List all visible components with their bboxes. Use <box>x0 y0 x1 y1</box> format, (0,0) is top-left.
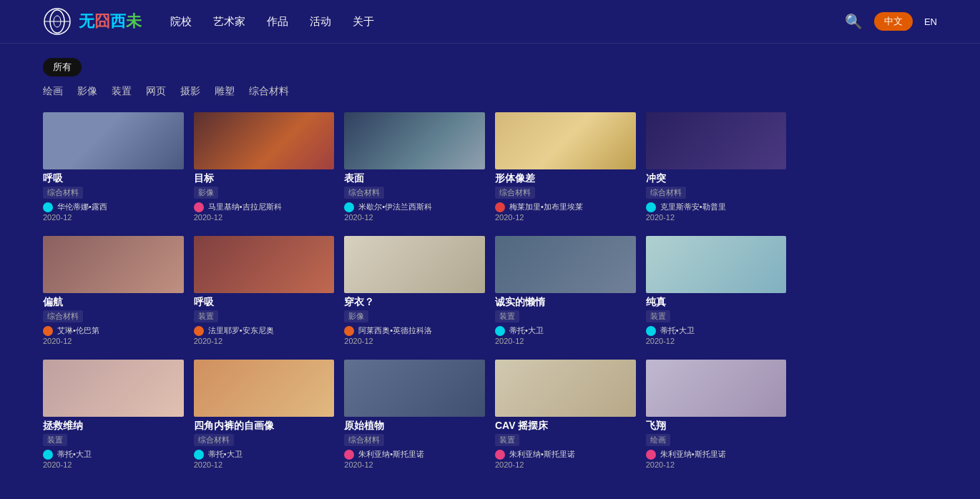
artwork-thumbnail <box>43 236 184 293</box>
artist-dot <box>43 450 53 460</box>
artwork-card[interactable]: 诚实的懒惰 装置 蒂托•大卫 2020-12 <box>495 236 636 345</box>
artwork-card[interactable]: 纯真 装置 蒂托•大卫 2020-12 <box>646 236 787 345</box>
search-icon[interactable]: 🔍 <box>845 13 863 30</box>
artwork-medium-row: 综合材料 <box>344 187 485 199</box>
artwork-medium-row: 综合材料 <box>43 187 184 199</box>
artwork-medium: 影像 <box>344 310 368 322</box>
artist-dot <box>43 202 53 212</box>
artwork-date: 2020-12 <box>194 337 335 345</box>
artist-row: 米歇尔•伊法兰西斯科 <box>344 202 485 212</box>
artwork-card[interactable]: 冲突 综合材料 克里斯蒂安•勒普里 2020-12 <box>646 112 787 222</box>
filter-video[interactable]: 影像 <box>77 85 97 98</box>
artwork-title: 冲突 <box>646 172 787 185</box>
artwork-card[interactable]: 表面 综合材料 米歇尔•伊法兰西斯科 2020-12 <box>344 112 485 222</box>
artwork-date: 2020-12 <box>495 337 636 345</box>
artwork-title: 拯救维纳 <box>43 420 184 433</box>
artwork-medium: 装置 <box>646 310 670 322</box>
artist-name: 法里耶罗•安东尼奥 <box>208 325 274 336</box>
artwork-card[interactable]: CAV 摇摆床 装置 朱利亚纳•斯托里诺 2020-12 <box>495 360 636 469</box>
nav-about[interactable]: 关于 <box>353 15 374 29</box>
artwork-title: 四角内裤的自画像 <box>194 420 335 433</box>
artwork-info: 目标 影像 马里基纳•吉拉尼斯科 2020-12 <box>194 172 335 222</box>
artwork-card[interactable]: 飞翔 绘画 朱利亚纳•斯托里诺 2020-12 <box>646 360 787 469</box>
lang-zh-button[interactable]: 中文 <box>874 12 913 31</box>
artwork-date: 2020-12 <box>43 213 184 222</box>
artwork-date: 2020-12 <box>495 460 636 469</box>
artwork-medium-row: 装置 <box>194 310 335 322</box>
artwork-title: 诚实的懒惰 <box>495 296 636 309</box>
artist-name: 马里基纳•吉拉尼斯科 <box>208 202 282 212</box>
artwork-thumbnail <box>646 236 787 293</box>
artist-row: 蒂托•大卫 <box>194 449 335 460</box>
artist-row: 法里耶罗•安东尼奥 <box>194 325 335 336</box>
artwork-info: 表面 综合材料 米歇尔•伊法兰西斯科 2020-12 <box>344 172 485 222</box>
artwork-medium: 综合材料 <box>194 434 234 446</box>
artwork-row-1: 呼吸 综合材料 华伦蒂娜•露西 2020-12 目标 影像 马里基 <box>43 112 937 222</box>
artwork-card[interactable]: 偏航 综合材料 艾琳•伦巴第 2020-12 <box>43 236 184 345</box>
artwork-medium-row: 综合材料 <box>646 187 787 199</box>
artwork-title: CAV 摇摆床 <box>495 420 636 433</box>
artwork-card[interactable]: 呼吸 装置 法里耶罗•安东尼奥 2020-12 <box>194 236 335 345</box>
artwork-medium: 装置 <box>495 310 519 322</box>
artwork-medium-row: 综合材料 <box>344 434 485 446</box>
artwork-info: 飞翔 绘画 朱利亚纳•斯托里诺 2020-12 <box>646 420 787 469</box>
artist-name: 蒂托•大卫 <box>208 449 242 460</box>
artwork-thumbnail <box>194 360 335 417</box>
artist-row: 蒂托•大卫 <box>646 325 787 336</box>
artist-name: 蒂托•大卫 <box>57 449 92 460</box>
artist-name: 梅莱加里•加布里埃莱 <box>509 202 583 212</box>
artwork-info: CAV 摇摆床 装置 朱利亚纳•斯托里诺 2020-12 <box>495 420 636 469</box>
artwork-card[interactable]: 原始植物 综合材料 朱利亚纳•斯托里诺 2020-12 <box>344 360 485 469</box>
artwork-info: 偏航 综合材料 艾琳•伦巴第 2020-12 <box>43 296 184 345</box>
artwork-title: 纯真 <box>646 296 787 309</box>
filter-installation[interactable]: 装置 <box>112 85 132 98</box>
artwork-medium: 综合材料 <box>646 187 686 199</box>
artwork-date: 2020-12 <box>646 337 787 345</box>
main-nav: 院校 艺术家 作品 活动 关于 <box>170 15 845 29</box>
artwork-medium: 绘画 <box>646 434 670 446</box>
filter-web[interactable]: 网页 <box>146 85 166 98</box>
artwork-date: 2020-12 <box>646 460 787 469</box>
logo[interactable]: 无 囧 西 未 <box>43 7 142 36</box>
artist-dot <box>495 326 505 336</box>
artwork-title: 形体像差 <box>495 172 636 185</box>
artwork-date: 2020-12 <box>646 213 787 222</box>
artist-dot <box>194 450 204 460</box>
nav-artist[interactable]: 艺术家 <box>213 15 245 29</box>
artwork-title: 穿衣？ <box>344 296 485 309</box>
artist-dot <box>495 202 505 212</box>
artwork-card[interactable]: 形体像差 综合材料 梅莱加里•加布里埃莱 2020-12 <box>495 112 636 222</box>
filter-painting[interactable]: 绘画 <box>43 85 63 98</box>
artist-row: 朱利亚纳•斯托里诺 <box>646 449 787 460</box>
artist-row: 梅莱加里•加布里埃莱 <box>495 202 636 212</box>
filter-sculpture[interactable]: 雕塑 <box>215 85 235 98</box>
lang-en-button[interactable]: EN <box>924 16 937 27</box>
artist-dot <box>344 202 354 212</box>
artwork-medium: 综合材料 <box>43 187 83 199</box>
artwork-medium: 装置 <box>495 434 519 446</box>
artwork-card[interactable]: 呼吸 综合材料 华伦蒂娜•露西 2020-12 <box>43 112 184 222</box>
artwork-row-3: 拯救维纳 装置 蒂托•大卫 2020-12 四角内裤的自画像 综合材料 <box>43 360 937 469</box>
artwork-card[interactable]: 拯救维纳 装置 蒂托•大卫 2020-12 <box>43 360 184 469</box>
artwork-medium-row: 综合材料 <box>43 310 184 322</box>
filter-photography[interactable]: 摄影 <box>180 85 200 98</box>
artwork-card[interactable]: 目标 影像 马里基纳•吉拉尼斯科 2020-12 <box>194 112 335 222</box>
filter-all-button[interactable]: 所有 <box>43 58 82 76</box>
artist-row: 蒂托•大卫 <box>43 449 184 460</box>
logo-icon <box>43 7 72 36</box>
artwork-date: 2020-12 <box>344 213 485 222</box>
artist-dot <box>344 326 354 336</box>
artist-name: 艾琳•伦巴第 <box>57 325 99 336</box>
artist-dot <box>495 450 505 460</box>
nav-school[interactable]: 院校 <box>170 15 192 29</box>
nav-events[interactable]: 活动 <box>310 15 331 29</box>
artist-row: 朱利亚纳•斯托里诺 <box>344 449 485 460</box>
artist-row: 马里基纳•吉拉尼斯科 <box>194 202 335 212</box>
nav-works[interactable]: 作品 <box>267 15 288 29</box>
artwork-card[interactable]: 四角内裤的自画像 综合材料 蒂托•大卫 2020-12 <box>194 360 335 469</box>
artist-name: 朱利亚纳•斯托里诺 <box>660 449 726 460</box>
artwork-medium: 影像 <box>194 187 218 199</box>
filter-mixed[interactable]: 综合材料 <box>249 85 289 98</box>
artwork-card[interactable]: 穿衣？ 影像 阿莱西奥•英德拉科洛 2020-12 <box>344 236 485 345</box>
artist-dot <box>646 450 656 460</box>
